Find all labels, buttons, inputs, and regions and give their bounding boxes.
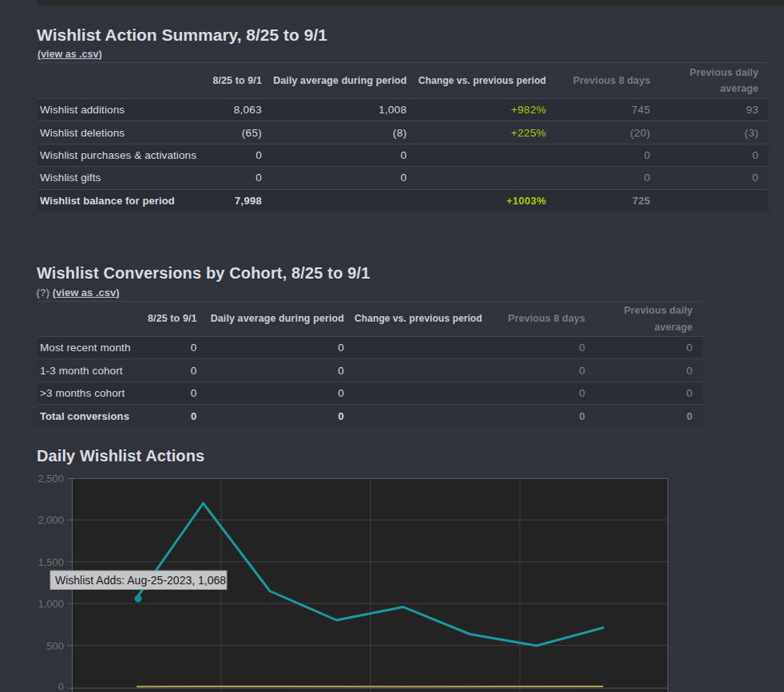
- svg-text:Wishlist Adds: Aug-25-2023, 1,: Wishlist Adds: Aug-25-2023, 1,068: [55, 574, 226, 587]
- svg-text:0: 0: [58, 681, 64, 692]
- svg-text:500: 500: [46, 640, 64, 652]
- svg-text:1,000: 1,000: [38, 598, 64, 610]
- svg-text:1,500: 1,500: [38, 556, 64, 568]
- svg-text:2,500: 2,500: [38, 473, 64, 484]
- svg-text:2,000: 2,000: [38, 514, 64, 526]
